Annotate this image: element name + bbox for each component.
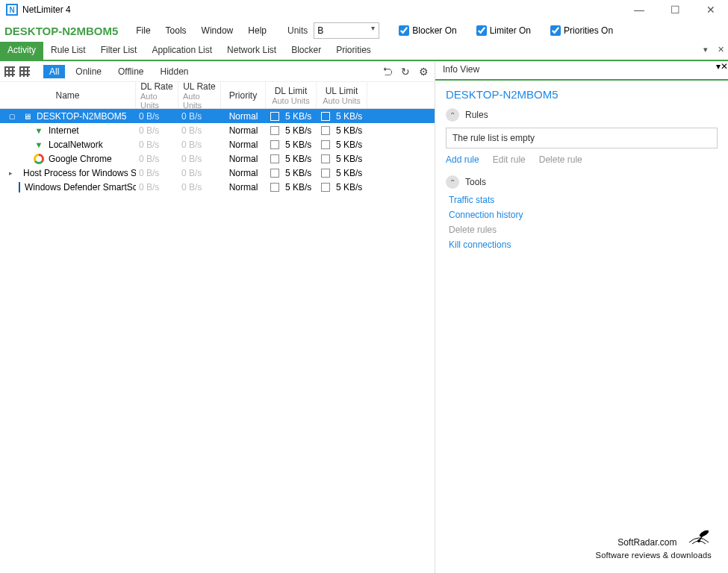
minimize-button[interactable]: — <box>628 4 650 16</box>
row-ul-rate: 0 B/s <box>178 125 221 136</box>
dl-limit-checkbox[interactable] <box>270 126 279 135</box>
ul-limit-checkbox[interactable] <box>321 183 330 192</box>
undo-icon[interactable]: ⮌ <box>381 66 394 78</box>
menu-help[interactable]: Help <box>242 22 273 39</box>
rules-label: Rules <box>465 110 488 120</box>
tab-activity[interactable]: Activity <box>0 42 43 60</box>
add-rule-link[interactable]: Add rule <box>446 154 479 165</box>
limiter-toggle[interactable]: Limiter On <box>476 25 531 36</box>
row-ul-limit: 5 KB/s <box>336 168 362 178</box>
limiter-label: Limiter On <box>490 25 531 36</box>
table-row[interactable]: ▸Google Chrome0 B/s0 B/sNormal5 KB/s5 KB… <box>0 151 435 166</box>
gear-icon[interactable]: ⚙ <box>417 66 430 78</box>
row-dl-limit: 5 KB/s <box>285 111 311 122</box>
row-name: Host Process for Windows Se <box>23 168 136 178</box>
table-row[interactable]: ▢🖥DESKTOP-N2MBOM50 B/s0 B/sNormal5 KB/s5… <box>0 109 435 123</box>
priorities-toggle[interactable]: Priorities On <box>550 25 613 36</box>
row-priority[interactable]: Normal <box>221 111 266 122</box>
ul-limit-checkbox[interactable] <box>321 140 330 149</box>
row-priority[interactable]: Normal <box>221 125 266 136</box>
row-priority[interactable]: Normal <box>221 182 266 192</box>
col-ul-limit[interactable]: UL LimitAuto Units <box>317 82 367 108</box>
row-dl-rate: 0 B/s <box>136 168 178 178</box>
watermark-brand: SoftRadar.com <box>617 537 676 548</box>
row-dl-limit: 5 KB/s <box>285 168 311 178</box>
filter-all[interactable]: All <box>43 65 65 78</box>
row-dl-rate: 0 B/s <box>136 140 178 150</box>
grid-view-icon[interactable] <box>4 66 15 77</box>
rules-section-header[interactable]: ⌃ Rules <box>446 108 718 122</box>
table-row[interactable]: ▸Host Process for Windows Se0 B/s0 B/sNo… <box>0 166 435 180</box>
ul-limit-checkbox[interactable] <box>321 126 330 135</box>
row-ul-limit: 5 KB/s <box>336 125 362 136</box>
filter-offline[interactable]: Offline <box>112 65 149 78</box>
col-dl-limit[interactable]: DL LimitAuto Units <box>266 82 317 108</box>
row-ul-limit: 5 KB/s <box>336 182 362 192</box>
row-ul-rate: 0 B/s <box>178 140 221 150</box>
table-row[interactable]: ▸▼Internet0 B/s0 B/sNormal5 KB/s5 KB/s <box>0 123 435 137</box>
blocker-toggle[interactable]: Blocker On <box>399 25 456 36</box>
menu-tools[interactable]: Tools <box>160 22 193 39</box>
tab-application-list[interactable]: Application List <box>144 42 220 60</box>
edit-rule-link: Edit rule <box>493 154 526 165</box>
row-priority[interactable]: Normal <box>221 168 266 178</box>
computer-name: DESKTOP-N2MBOM5 <box>4 25 118 37</box>
dl-limit-checkbox[interactable] <box>270 183 279 192</box>
row-priority[interactable]: Normal <box>221 140 266 150</box>
tab-rule-list[interactable]: Rule List <box>43 42 93 60</box>
col-dl-rate[interactable]: DL RateAuto Units <box>136 82 178 108</box>
row-ul-rate: 0 B/s <box>178 111 221 122</box>
dl-limit-checkbox[interactable] <box>270 112 279 121</box>
row-ul-rate: 0 B/s <box>178 154 221 164</box>
delete-rules-link: Delete rules <box>449 225 718 235</box>
dl-limit-checkbox[interactable] <box>270 140 279 149</box>
row-dl-limit: 5 KB/s <box>285 125 311 136</box>
rule-list-box: The rule list is empty <box>446 128 718 148</box>
row-ul-limit: 5 KB/s <box>336 154 362 164</box>
tab-close-icon[interactable]: ✕ <box>713 42 728 60</box>
filter-hidden[interactable]: Hidden <box>155 65 195 78</box>
table-row[interactable]: ▸Windows Defender SmartScr0 B/s0 B/sNorm… <box>0 180 435 194</box>
tab-filter-list[interactable]: Filter List <box>93 42 145 60</box>
dl-limit-checkbox[interactable] <box>270 169 279 178</box>
tools-label: Tools <box>465 177 486 187</box>
grid-view-icon-2[interactable] <box>19 66 30 77</box>
info-title: DESKTOP-N2MBOM5 <box>446 88 718 101</box>
chevron-up-icon: ⌃ <box>446 108 459 122</box>
row-dl-rate: 0 B/s <box>136 111 178 122</box>
tab-priorities[interactable]: Priorities <box>329 42 379 60</box>
close-button[interactable]: ✕ <box>700 4 722 16</box>
connection-history-link[interactable]: Connection history <box>449 210 718 220</box>
ul-limit-checkbox[interactable] <box>321 169 330 178</box>
row-dl-limit: 5 KB/s <box>285 182 311 192</box>
row-ul-rate: 0 B/s <box>178 182 221 192</box>
dl-limit-checkbox[interactable] <box>270 154 279 163</box>
col-name[interactable]: Name <box>0 82 136 108</box>
col-priority[interactable]: Priority <box>221 82 266 108</box>
row-dl-limit: 5 KB/s <box>285 140 311 150</box>
tab-info-view[interactable]: Info View <box>435 61 487 79</box>
filter-online[interactable]: Online <box>69 65 108 78</box>
ul-limit-checkbox[interactable] <box>321 154 330 163</box>
chevron-up-icon: ⌃ <box>446 175 459 189</box>
tab-dropdown-icon[interactable]: ▾ <box>698 42 713 60</box>
traffic-stats-link[interactable]: Traffic stats <box>449 195 718 205</box>
menu-file[interactable]: File <box>130 22 156 39</box>
tab-blocker[interactable]: Blocker <box>284 42 329 60</box>
refresh-icon[interactable]: ↻ <box>399 66 412 78</box>
table-row[interactable]: ▸▼LocalNetwork0 B/s0 B/sNormal5 KB/s5 KB… <box>0 137 435 151</box>
tab-network-list[interactable]: Network List <box>220 42 284 60</box>
kill-connections-link[interactable]: Kill connections <box>449 239 718 250</box>
tools-section-header[interactable]: ⌃ Tools <box>446 175 718 189</box>
satellite-icon <box>686 526 712 551</box>
maximize-button[interactable]: ☐ <box>664 4 686 16</box>
col-ul-rate[interactable]: UL RateAuto Units <box>178 82 221 108</box>
titlebar: N NetLimiter 4 — ☐ ✕ <box>0 0 728 19</box>
row-name: Internet <box>49 125 79 136</box>
info-close-icon[interactable]: ✕ <box>721 61 728 79</box>
ul-limit-checkbox[interactable] <box>321 112 330 121</box>
menu-window[interactable]: Window <box>196 22 240 39</box>
units-select[interactable] <box>314 22 379 39</box>
row-priority[interactable]: Normal <box>221 154 266 164</box>
row-name: LocalNetwork <box>49 140 103 150</box>
